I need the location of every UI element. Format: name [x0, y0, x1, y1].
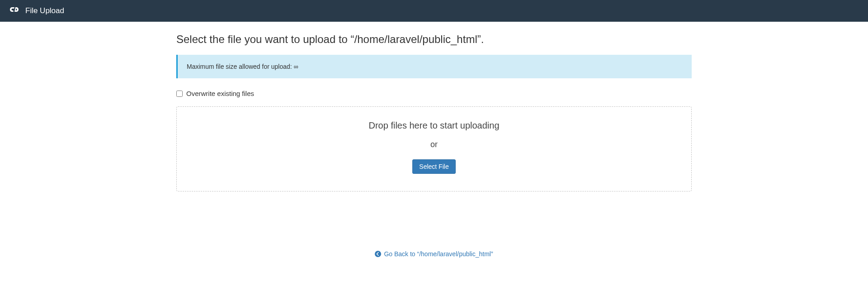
dropzone-text: Drop files here to start uploading — [186, 120, 682, 131]
app-header: File Upload — [0, 0, 868, 22]
cpanel-logo-icon — [9, 6, 21, 16]
go-back-row: Go Back to “/home/laravel/public_html” — [176, 250, 692, 259]
file-dropzone[interactable]: Drop files here to start uploading or Se… — [176, 106, 692, 191]
info-message: Maximum file size allowed for upload: ∞ — [187, 63, 298, 70]
page-heading: Select the file you want to upload to “/… — [176, 33, 692, 46]
info-callout: Maximum file size allowed for upload: ∞ — [176, 55, 692, 78]
header-title: File Upload — [25, 6, 64, 15]
go-back-text: Go Back to “/home/laravel/public_html” — [384, 250, 493, 258]
svg-point-0 — [375, 251, 381, 257]
overwrite-row: Overwrite existing files — [176, 90, 692, 97]
go-back-link[interactable]: Go Back to “/home/laravel/public_html” — [375, 250, 493, 258]
select-file-button[interactable]: Select File — [412, 159, 455, 174]
main-container: Select the file you want to upload to “/… — [170, 33, 698, 259]
overwrite-label[interactable]: Overwrite existing files — [186, 90, 254, 97]
arrow-left-circle-icon — [375, 251, 381, 257]
overwrite-checkbox[interactable] — [176, 91, 183, 97]
dropzone-or: or — [186, 140, 682, 149]
